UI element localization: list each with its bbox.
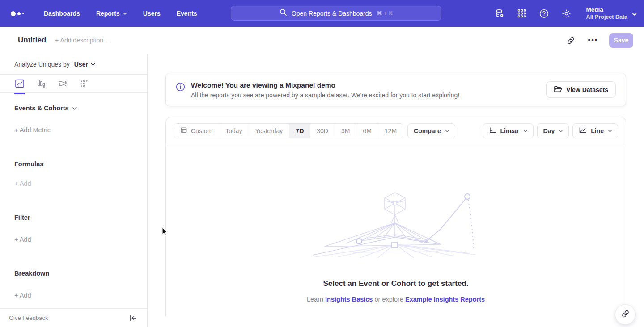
chevron-down-icon <box>608 129 612 133</box>
add-formula-label: + Add <box>14 180 31 187</box>
chart-type-tabs <box>0 74 147 93</box>
date-range-segmented-control: Custom Today Yesterday 7D 30D 3M 6M 12M <box>174 123 403 138</box>
range-30d[interactable]: 30D <box>310 124 335 138</box>
mixpanel-insights-screen: Dashboards Reports Users Events Open Rep… <box>0 0 644 327</box>
range-custom-label: Custom <box>191 127 212 134</box>
main-content: Welcome! You are viewing a Mixpanel demo… <box>148 54 644 327</box>
hint-prefix: Learn <box>307 296 323 303</box>
range-today[interactable]: Today <box>219 124 249 138</box>
axis-scale-icon <box>489 127 496 135</box>
more-options-button[interactable]: ••• <box>587 34 599 46</box>
main-nav: Dashboards Reports Users Events <box>44 10 197 17</box>
add-filter-label: + Add <box>14 236 31 243</box>
chevron-down-icon <box>72 106 76 110</box>
add-metric-label: + Add Metric <box>14 126 51 134</box>
filter-section-title: Filter <box>14 214 133 221</box>
global-search-input[interactable]: Open Reports & Dashboards ⌘ + K <box>231 6 441 21</box>
range-custom[interactable]: Custom <box>174 124 219 138</box>
range-3m[interactable]: 3M <box>335 124 356 138</box>
scale-label: Linear <box>500 127 519 134</box>
range-6m[interactable]: 6M <box>356 124 378 138</box>
empty-state-illustration <box>311 191 481 258</box>
range-7d[interactable]: 7D <box>289 124 310 138</box>
nav-reports-label: Reports <box>96 10 120 17</box>
share-link-fab[interactable] <box>615 304 636 325</box>
analyze-entity-dropdown[interactable]: User <box>74 61 95 68</box>
give-feedback-link[interactable]: Give Feedback <box>9 314 48 321</box>
hint-middle: or explore <box>374 296 403 303</box>
banner-title: Welcome! You are viewing a Mixpanel demo <box>191 81 459 89</box>
chevron-down-icon <box>523 129 527 133</box>
add-formula-button[interactable]: + Add <box>14 180 133 187</box>
add-breakdown-button[interactable]: + Add <box>14 292 133 299</box>
analyze-label: Analyze Uniques by <box>14 61 70 68</box>
copy-link-icon[interactable] <box>564 34 577 46</box>
range-12m[interactable]: 12M <box>378 124 403 138</box>
report-description-placeholder[interactable]: + Add description... <box>55 37 108 44</box>
data-management-icon[interactable] <box>494 8 505 19</box>
chevron-down-icon <box>445 129 449 133</box>
tab-metrics-grid[interactable] <box>79 75 89 90</box>
report-header: Untitled + Add description... ••• Save <box>0 27 644 54</box>
line-chart-icon <box>15 79 25 90</box>
nav-dashboards[interactable]: Dashboards <box>44 10 80 17</box>
nav-users[interactable]: Users <box>143 10 161 17</box>
info-icon <box>176 82 185 93</box>
calendar-icon <box>180 126 187 135</box>
settings-gear-icon[interactable] <box>561 8 572 19</box>
report-title[interactable]: Untitled <box>18 36 46 45</box>
nav-events-label: Events <box>177 10 197 17</box>
scale-selector[interactable]: Linear <box>483 123 534 138</box>
tab-bar-chart[interactable] <box>36 75 47 90</box>
chart-controls-row: Custom Today Yesterday 7D 30D 3M 6M 12M … <box>166 117 626 144</box>
link-icon <box>621 310 630 320</box>
mixpanel-logo-icon[interactable] <box>11 11 30 16</box>
chart-type-label: Line <box>591 127 604 134</box>
project-switcher[interactable]: Media All Project Data <box>586 6 636 21</box>
nav-dashboards-label: Dashboards <box>44 10 80 17</box>
analyze-entity-value: User <box>74 61 88 68</box>
banner-subtitle: All the reports you see are powered by a… <box>191 92 459 99</box>
events-cohorts-section[interactable]: Events & Cohorts <box>14 105 133 112</box>
granularity-selector[interactable]: Day <box>537 123 569 138</box>
line-type-icon <box>579 127 587 135</box>
empty-state: Select an Event or Cohort to get started… <box>166 144 626 303</box>
query-builder-sidebar: Analyze Uniques by User <box>0 54 148 327</box>
add-breakdown-label: + Add <box>14 292 31 299</box>
top-nav: Dashboards Reports Users Events Open Rep… <box>0 0 644 27</box>
add-metric-button[interactable]: + Add Metric <box>14 126 133 134</box>
empty-state-links: Learn Insights Basics or explore Example… <box>166 296 626 303</box>
demo-welcome-banner: Welcome! You are viewing a Mixpanel demo… <box>165 73 626 106</box>
example-reports-link[interactable]: Example Insights Reports <box>405 296 485 303</box>
formulas-section-title: Formulas <box>14 160 133 168</box>
apps-grid-icon[interactable] <box>517 8 527 19</box>
granularity-label: Day <box>543 127 555 134</box>
view-datasets-button[interactable]: View Datasets <box>546 81 616 98</box>
search-shortcut: ⌘ + K <box>377 10 393 17</box>
flow-chart-icon <box>58 79 68 90</box>
folder-icon <box>554 85 562 94</box>
chevron-down-icon <box>123 12 127 16</box>
nav-reports[interactable]: Reports <box>96 10 127 17</box>
save-button[interactable]: Save <box>609 33 633 48</box>
compare-button[interactable]: Compare <box>407 123 455 138</box>
view-datasets-label: View Datasets <box>566 86 608 93</box>
chart-type-selector[interactable]: Line <box>572 123 618 138</box>
events-cohorts-title: Events & Cohorts <box>14 105 69 112</box>
range-yesterday[interactable]: Yesterday <box>249 124 290 138</box>
tab-flow-chart[interactable] <box>57 75 68 90</box>
tab-line-chart[interactable] <box>14 75 25 94</box>
nav-events[interactable]: Events <box>177 10 197 17</box>
chevron-down-icon <box>559 129 563 133</box>
collapse-sidebar-icon[interactable] <box>129 315 136 321</box>
chevron-down-icon <box>91 62 95 66</box>
breakdown-section-title: Breakdown <box>14 270 133 277</box>
sidebar-footer: Give Feedback <box>0 308 147 327</box>
empty-state-title: Select an Event or Cohort to get started… <box>166 279 626 288</box>
compare-label: Compare <box>414 127 441 134</box>
add-filter-button[interactable]: + Add <box>14 236 133 243</box>
insights-chart-card: Custom Today Yesterday 7D 30D 3M 6M 12M … <box>165 117 626 316</box>
insights-basics-link[interactable]: Insights Basics <box>325 296 373 303</box>
help-icon[interactable] <box>539 8 550 19</box>
project-name: Media <box>586 6 627 14</box>
